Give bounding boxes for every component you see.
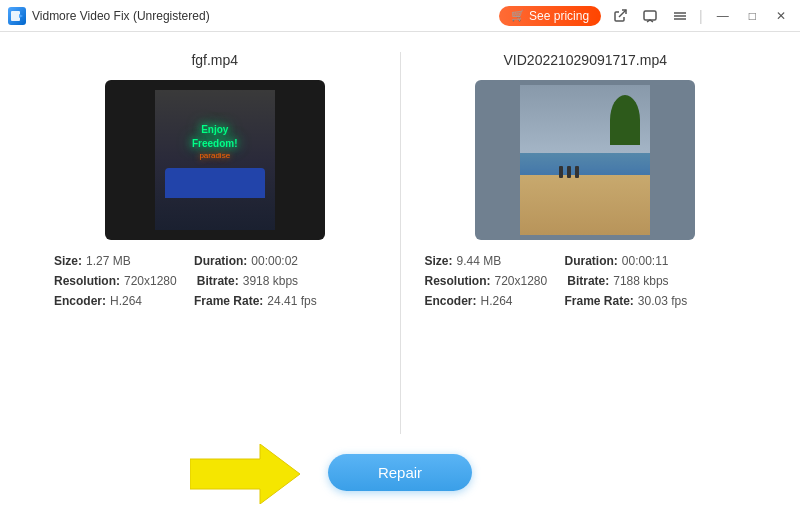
neon-text: EnjoyFreedom! [192, 123, 238, 151]
logo-icon [8, 7, 26, 25]
beach-water [520, 153, 650, 176]
right-framerate-value: 30.03 fps [638, 294, 687, 308]
left-resolution-label: Resolution: [54, 274, 120, 288]
left-bitrate-value: 3918 kbps [243, 274, 298, 288]
left-framerate-item: Frame Rate: 24.41 fps [194, 294, 317, 308]
right-encoder-label: Encoder: [425, 294, 477, 308]
svg-line-2 [619, 10, 626, 17]
right-meta-row-3: Encoder: H.264 Frame Rate: 30.03 fps [425, 294, 747, 308]
title-bar-actions: 🛒 See pricing | — □ ✕ [499, 6, 792, 26]
cart-icon: 🛒 [511, 9, 525, 22]
beach-tree [610, 95, 640, 145]
arrow-decoration [190, 444, 300, 508]
bottom-area: Repair [0, 444, 800, 511]
right-duration-item: Duration: 00:00:11 [565, 254, 669, 268]
left-meta-row-2: Resolution: 720x1280 Bitrate: 3918 kbps [54, 274, 376, 288]
person-1 [559, 166, 563, 178]
link-icon-button[interactable] [609, 7, 631, 25]
svg-rect-3 [644, 11, 656, 20]
left-resolution-item: Resolution: 720x1280 [54, 274, 177, 288]
right-thumb-inner [520, 85, 650, 235]
left-resolution-value: 720x1280 [124, 274, 177, 288]
left-video-panel: fgf.mp4 EnjoyFreedom! paradise Size: 1.2… [30, 52, 401, 434]
left-framerate-value: 24.41 fps [267, 294, 316, 308]
left-encoder-label: Encoder: [54, 294, 106, 308]
svg-marker-1 [19, 14, 23, 18]
right-video-meta: Size: 9.44 MB Duration: 00:00:11 Resolut… [421, 254, 751, 314]
svg-marker-7 [190, 444, 300, 504]
left-video-thumbnail[interactable]: EnjoyFreedom! paradise [105, 80, 325, 240]
pricing-button[interactable]: 🛒 See pricing [499, 6, 601, 26]
right-meta-row-2: Resolution: 720x1280 Bitrate: 7188 kbps [425, 274, 747, 288]
left-size-value: 1.27 MB [86, 254, 131, 268]
title-bar: Vidmore Video Fix (Unregistered) 🛒 See p… [0, 0, 800, 32]
right-bitrate-item: Bitrate: 7188 kbps [567, 274, 668, 288]
right-video-filename: VID20221029091717.mp4 [504, 52, 667, 68]
person-2 [567, 166, 571, 178]
left-video-meta: Size: 1.27 MB Duration: 00:00:02 Resolut… [50, 254, 380, 314]
repair-button[interactable]: Repair [328, 454, 472, 491]
pricing-label: See pricing [529, 9, 589, 23]
video-panels: fgf.mp4 EnjoyFreedom! paradise Size: 1.2… [0, 32, 800, 444]
separator: | [699, 8, 703, 24]
neon-text2: paradise [199, 151, 230, 160]
right-encoder-item: Encoder: H.264 [425, 294, 545, 308]
right-bitrate-label: Bitrate: [567, 274, 609, 288]
left-thumb-inner: EnjoyFreedom! paradise [155, 90, 275, 230]
right-size-label: Size: [425, 254, 453, 268]
right-meta-row-1: Size: 9.44 MB Duration: 00:00:11 [425, 254, 747, 268]
right-size-value: 9.44 MB [457, 254, 502, 268]
beach-people [559, 166, 579, 178]
right-resolution-item: Resolution: 720x1280 [425, 274, 548, 288]
left-size-item: Size: 1.27 MB [54, 254, 174, 268]
right-duration-label: Duration: [565, 254, 618, 268]
right-size-item: Size: 9.44 MB [425, 254, 545, 268]
right-framerate-item: Frame Rate: 30.03 fps [565, 294, 688, 308]
right-duration-value: 00:00:11 [622, 254, 669, 268]
app-logo: Vidmore Video Fix (Unregistered) [8, 7, 210, 25]
left-encoder-value: H.264 [110, 294, 142, 308]
svg-rect-0 [11, 11, 20, 21]
app-title: Vidmore Video Fix (Unregistered) [32, 9, 210, 23]
left-video-filename: fgf.mp4 [191, 52, 238, 68]
right-resolution-value: 720x1280 [495, 274, 548, 288]
right-video-panel: VID20221029091717.mp4 Si [401, 52, 771, 434]
right-bitrate-value: 7188 kbps [613, 274, 668, 288]
left-bitrate-label: Bitrate: [197, 274, 239, 288]
message-icon-button[interactable] [639, 7, 661, 25]
left-size-label: Size: [54, 254, 82, 268]
close-button[interactable]: ✕ [770, 7, 792, 25]
right-resolution-label: Resolution: [425, 274, 491, 288]
left-encoder-item: Encoder: H.264 [54, 294, 174, 308]
left-meta-row-3: Encoder: H.264 Frame Rate: 24.41 fps [54, 294, 376, 308]
minimize-button[interactable]: — [711, 7, 735, 25]
left-bitrate-item: Bitrate: 3918 kbps [197, 274, 298, 288]
right-encoder-value: H.264 [481, 294, 513, 308]
left-duration-label: Duration: [194, 254, 247, 268]
right-video-thumbnail[interactable] [475, 80, 695, 240]
left-duration-item: Duration: 00:00:02 [194, 254, 298, 268]
right-framerate-label: Frame Rate: [565, 294, 634, 308]
sofa-decoration [165, 168, 265, 198]
main-content: fgf.mp4 EnjoyFreedom! paradise Size: 1.2… [0, 32, 800, 511]
left-meta-row-1: Size: 1.27 MB Duration: 00:00:02 [54, 254, 376, 268]
menu-icon-button[interactable] [669, 7, 691, 25]
beach-sand [520, 175, 650, 235]
left-duration-value: 00:00:02 [251, 254, 298, 268]
left-framerate-label: Frame Rate: [194, 294, 263, 308]
maximize-button[interactable]: □ [743, 7, 762, 25]
person-3 [575, 166, 579, 178]
